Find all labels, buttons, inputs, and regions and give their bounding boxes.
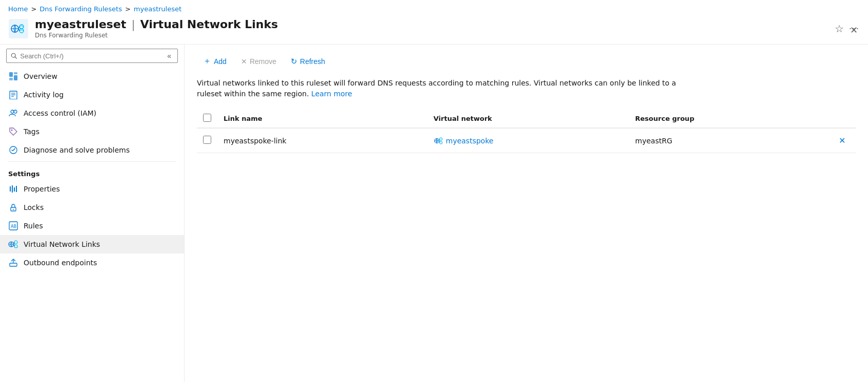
sidebar-label-diagnose: Diagnose and solve problems — [24, 146, 130, 154]
sidebar-label-rules: Rules — [24, 222, 43, 230]
svg-line-32 — [14, 242, 14, 244]
cell-resource-group: myeastRG — [629, 128, 829, 153]
vnet-links-icon — [8, 239, 18, 249]
svg-point-17 — [11, 110, 14, 113]
cell-virtual-network: myeastspoke — [428, 128, 629, 153]
header-title-group: myeastruleset | Virtual Network Links Dn… — [35, 18, 829, 39]
sidebar-label-tags: Tags — [24, 128, 39, 136]
overview-icon — [8, 71, 18, 81]
svg-rect-21 — [12, 185, 13, 193]
resource-type: Dns Forwarding Ruleset — [35, 32, 829, 39]
sidebar-item-virtual-network-links[interactable]: Virtual Network Links — [0, 235, 184, 253]
svg-rect-12 — [9, 78, 13, 80]
virtual-network-links-table: Link name Virtual network Resource group — [197, 110, 856, 153]
row-checkbox[interactable] — [203, 136, 211, 144]
svg-point-30 — [14, 241, 17, 244]
svg-rect-22 — [14, 187, 15, 192]
locks-icon — [8, 202, 18, 213]
sidebar-label-outbound-endpoints: Outbound endpoints — [24, 259, 97, 267]
toolbar: ＋ Add ✕ Remove ↻ Refresh — [197, 53, 856, 70]
svg-point-18 — [14, 110, 17, 113]
info-text-body: Virtual networks linked to this ruleset … — [197, 79, 676, 98]
add-label: Add — [214, 57, 227, 66]
add-icon: ＋ — [203, 56, 211, 67]
sidebar-item-overview[interactable]: Overview — [0, 67, 184, 86]
cell-link-name: myeastspoke-link — [217, 128, 428, 153]
page-header: myeastruleset | Virtual Network Links Dn… — [0, 16, 868, 45]
svg-text:AB: AB — [11, 224, 16, 229]
breadcrumb: Home > Dns Forwarding Rulesets > myeastr… — [0, 0, 868, 16]
sidebar-label-properties: Properties — [24, 185, 60, 193]
virtual-network-link[interactable]: myeastspoke — [434, 136, 623, 145]
favorite-button[interactable]: ☆ — [835, 23, 844, 35]
refresh-label: Refresh — [300, 57, 325, 66]
tags-icon — [8, 126, 18, 137]
sidebar-label-overview: Overview — [24, 72, 57, 80]
select-all-col — [197, 110, 217, 128]
diagnose-icon — [8, 145, 18, 155]
remove-label: Remove — [250, 57, 276, 66]
svg-point-31 — [14, 245, 17, 248]
vnet-icon — [434, 136, 443, 145]
sidebar-divider — [8, 161, 176, 162]
resource-name: myeastruleset — [35, 18, 126, 31]
sidebar-item-outbound-endpoints[interactable]: Outbound endpoints — [0, 253, 184, 272]
svg-line-33 — [14, 244, 14, 246]
sidebar-item-locks[interactable]: Locks — [0, 198, 184, 217]
svg-rect-13 — [10, 91, 17, 99]
title-separator: | — [131, 18, 135, 31]
svg-rect-23 — [16, 186, 17, 192]
col-link-name: Link name — [217, 110, 428, 128]
svg-rect-10 — [14, 72, 17, 74]
sidebar-label-locks: Locks — [24, 203, 44, 211]
add-button[interactable]: ＋ Add — [197, 53, 233, 70]
col-resource-group: Resource group — [629, 110, 829, 128]
sidebar-item-rules[interactable]: AB Rules — [0, 217, 184, 235]
properties-icon — [8, 184, 18, 194]
remove-button[interactable]: ✕ Remove — [235, 54, 282, 69]
breadcrumb-current[interactable]: myeastruleset — [134, 5, 181, 13]
svg-rect-9 — [9, 72, 13, 77]
rules-icon: AB — [8, 221, 18, 231]
svg-point-39 — [439, 141, 442, 144]
sidebar-label-virtual-network-links: Virtual Network Links — [24, 240, 100, 248]
delete-row-button[interactable]: ✕ — [835, 134, 850, 147]
sidebar-item-properties[interactable]: Properties — [0, 180, 184, 198]
col-delete — [829, 110, 856, 128]
search-input[interactable] — [20, 52, 162, 60]
svg-line-8 — [15, 57, 16, 58]
resource-icon — [8, 18, 29, 39]
sidebar: « Overview Activity log Access control (… — [0, 45, 185, 382]
breadcrumb-sep2: > — [125, 5, 131, 13]
learn-more-link[interactable]: Learn more — [311, 90, 352, 98]
close-button[interactable]: ✕ — [850, 25, 858, 36]
refresh-button[interactable]: ↻ Refresh — [285, 54, 331, 69]
main-layout: « Overview Activity log Access control (… — [0, 45, 868, 382]
page-title: myeastruleset | Virtual Network Links — [35, 18, 829, 31]
search-box[interactable]: « — [6, 49, 178, 63]
sidebar-item-tags[interactable]: Tags — [0, 122, 184, 141]
row-checkbox-cell — [197, 128, 217, 153]
svg-line-41 — [439, 141, 439, 143]
svg-line-40 — [439, 139, 439, 141]
collapse-sidebar-button[interactable]: « — [165, 52, 173, 60]
sidebar-label-iam: Access control (IAM) — [24, 109, 96, 117]
sidebar-item-iam[interactable]: Access control (IAM) — [0, 104, 184, 122]
sidebar-item-activity-log[interactable]: Activity log — [0, 86, 184, 104]
breadcrumb-home[interactable]: Home — [8, 5, 28, 13]
iam-icon — [8, 108, 18, 118]
sidebar-item-diagnose[interactable]: Diagnose and solve problems — [0, 141, 184, 159]
cell-delete-action: ✕ — [829, 128, 856, 153]
info-text: Virtual networks linked to this ruleset … — [197, 78, 699, 99]
svg-point-25 — [13, 209, 14, 210]
outbound-icon — [8, 258, 18, 268]
svg-point-38 — [439, 138, 442, 140]
breadcrumb-sep1: > — [31, 5, 36, 13]
svg-rect-11 — [14, 75, 17, 80]
svg-rect-20 — [10, 186, 11, 192]
refresh-icon: ↻ — [291, 57, 297, 66]
breadcrumb-rulesets[interactable]: Dns Forwarding Rulesets — [39, 5, 122, 13]
settings-section-label: Settings — [0, 164, 184, 180]
select-all-checkbox[interactable] — [203, 114, 211, 122]
table-row: myeastspoke-link — [197, 128, 856, 153]
